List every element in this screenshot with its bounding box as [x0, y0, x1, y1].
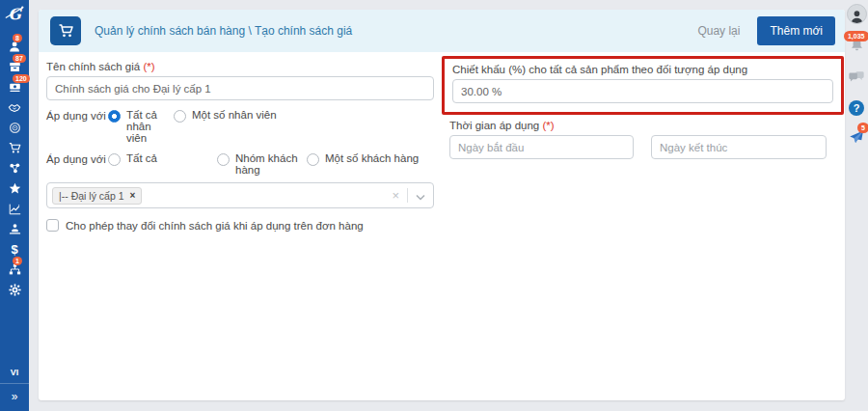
- module-cart-icon: [50, 16, 81, 45]
- send-badge: 5: [857, 123, 868, 133]
- sidebar-item-deals[interactable]: [0, 97, 29, 118]
- policy-name-input[interactable]: [46, 76, 434, 100]
- breadcrumb: Quản lý chính sách bán hàng \ Tạo chính …: [95, 24, 352, 38]
- sidebar-item-reports[interactable]: [0, 199, 29, 219]
- question-icon: ?: [849, 100, 864, 116]
- language-switch[interactable]: VI: [0, 362, 29, 383]
- radio-all-staff[interactable]: Tất cả nhân viên: [108, 109, 174, 144]
- svg-text:G: G: [9, 5, 23, 23]
- submit-button[interactable]: Thêm mới: [757, 16, 835, 45]
- checkbox-box: [46, 219, 59, 232]
- form-body: Tên chính sách giá (*) Áp dụng với Tất c…: [39, 52, 845, 238]
- end-date-input[interactable]: [651, 135, 827, 159]
- radio-all-customers[interactable]: Tất cả: [108, 152, 217, 166]
- required-mark: (*): [542, 120, 554, 131]
- sidebar-expand-button[interactable]: »: [0, 383, 29, 411]
- time-range-label: Thời gian áp dụng (*): [449, 120, 837, 131]
- messages-button[interactable]: [849, 69, 864, 87]
- sidebar-item-orders[interactable]: [0, 138, 29, 158]
- main-card: Quản lý chính sách bán hàng \ Tạo chính …: [39, 10, 845, 400]
- page-header: Quản lý chính sách bán hàng \ Tạo chính …: [39, 10, 845, 52]
- apply-customer-row: Áp dụng với Tất cả Nhóm khách hàng Một s…: [46, 152, 434, 176]
- app-logo[interactable]: G: [0, 0, 29, 31]
- discount-input[interactable]: [452, 79, 833, 103]
- allow-change-checkbox[interactable]: Cho phép thay đổi chính sách giá khi áp …: [46, 219, 434, 232]
- discount-label: Chiết khấu (%) cho tất cả sản phẩm theo …: [452, 64, 833, 75]
- links-icon: [9, 162, 21, 175]
- radio-some-customers[interactable]: Một số khách hàng: [307, 152, 419, 166]
- sidebar-bottom: VI »: [0, 362, 29, 411]
- apply-customer-label: Áp dụng với: [46, 152, 108, 165]
- back-link[interactable]: Quay lại: [697, 24, 740, 38]
- handshake-icon: [8, 101, 21, 114]
- apply-staff-row: Áp dụng với Tất cả nhân viên Một số nhân…: [46, 109, 434, 144]
- radio-dot: [217, 153, 230, 166]
- chat-icon: [849, 69, 864, 87]
- annotation-highlight-box: Chiết khấu (%) cho tất cả sản phẩm theo …: [442, 56, 844, 115]
- sidebar: G 8 87 120: [0, 0, 29, 411]
- radio-dot: [174, 110, 186, 123]
- sidebar-item-campaigns[interactable]: [0, 158, 29, 178]
- sidebar-item-favorites[interactable]: [0, 178, 29, 199]
- sitemap-icon: [9, 263, 21, 276]
- target-icon: [9, 122, 21, 134]
- radio-dot: [108, 110, 121, 123]
- right-rail: 1,035 ? 5: [845, 0, 868, 411]
- radio-dot: [307, 153, 319, 166]
- app-root: G 8 87 120: [0, 0, 868, 411]
- organization-badge: 1: [13, 257, 22, 265]
- send-button[interactable]: 5: [849, 129, 864, 148]
- sidebar-item-settings[interactable]: [0, 280, 29, 300]
- clear-icon[interactable]: ×: [392, 189, 399, 202]
- avatar-silhouette-icon: [850, 9, 864, 23]
- selected-group-tag: |-- Đại lý cấp 1 ×: [52, 187, 142, 205]
- sidebar-item-workdesk[interactable]: [0, 219, 29, 239]
- logo-icon: G: [4, 2, 25, 29]
- form-right-column: Chiết khấu (%) cho tất cả sản phẩm theo …: [449, 59, 837, 159]
- tag-remove-icon[interactable]: ×: [130, 190, 136, 201]
- sidebar-item-transactions[interactable]: 120: [0, 77, 29, 97]
- user-avatar[interactable]: [847, 4, 867, 24]
- cart-icon: [9, 142, 21, 154]
- start-date-input[interactable]: [449, 135, 634, 159]
- person-desk-icon: [9, 223, 21, 235]
- chevron-down-icon[interactable]: [416, 187, 425, 205]
- notifications-button[interactable]: 1,035: [850, 38, 864, 56]
- customer-group-select[interactable]: |-- Đại lý cấp 1 × ×: [46, 182, 434, 208]
- chart-icon: [9, 203, 21, 215]
- star-icon: [9, 182, 21, 195]
- dollar-icon: $: [11, 243, 17, 256]
- form-left-column: Tên chính sách giá (*) Áp dụng với Tất c…: [46, 59, 434, 232]
- apply-staff-label: Áp dụng với: [46, 109, 108, 122]
- sidebar-item-organization[interactable]: 1: [0, 260, 29, 280]
- notifications-badge: 1,035: [844, 31, 868, 41]
- cart-icon: [58, 23, 74, 39]
- policy-name-label: Tên chính sách giá (*): [46, 61, 434, 72]
- radio-customer-group[interactable]: Nhóm khách hàng: [217, 152, 307, 176]
- select-divider: [407, 188, 408, 203]
- date-range-row: [449, 135, 837, 159]
- select-controls: ×: [392, 187, 425, 205]
- required-mark: (*): [143, 61, 154, 72]
- inbox-badge: 87: [13, 54, 26, 63]
- sidebar-item-targets[interactable]: [0, 118, 29, 138]
- radio-some-staff[interactable]: Một số nhân viên: [174, 109, 434, 123]
- transactions-badge: 120: [13, 74, 30, 83]
- user-icon: [9, 41, 21, 53]
- help-button[interactable]: ?: [849, 100, 864, 116]
- radio-dot: [108, 153, 121, 166]
- customers-badge: 8: [13, 34, 22, 42]
- gear-icon: [9, 284, 21, 296]
